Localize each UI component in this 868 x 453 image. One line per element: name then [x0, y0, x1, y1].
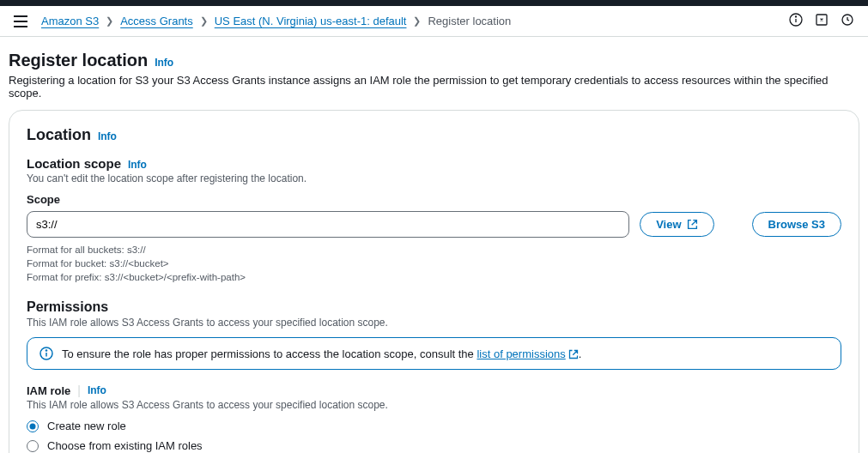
hint-line: Format for all buckets: s3://: [27, 243, 841, 257]
info-circle-icon[interactable]: [789, 13, 803, 29]
separator: |: [77, 384, 81, 397]
iam-role-desc: This IAM role allows S3 Access Grants to…: [27, 399, 841, 411]
alert-text: To ensure the role has proper permission…: [62, 347, 581, 360]
permissions-title: Permissions: [27, 299, 108, 314]
radio-label: Choose from existing IAM roles: [47, 439, 203, 452]
iam-role-label: IAM role: [27, 384, 70, 397]
refresh-icon[interactable]: [841, 13, 854, 29]
info-alert: To ensure the role has proper permission…: [27, 337, 841, 370]
location-panel: Location Info Location scope Info You ca…: [9, 110, 859, 453]
hint-line: Format for bucket: s3://<bucket>: [27, 257, 841, 270]
hamburger-icon[interactable]: [14, 15, 27, 27]
info-circle-icon: [39, 347, 53, 360]
location-section-title: Location: [27, 126, 91, 143]
scope-input[interactable]: [27, 211, 629, 238]
breadcrumb: Amazon S3 ❯ Access Grants ❯ US East (N. …: [41, 15, 789, 27]
info-link[interactable]: Info: [128, 159, 147, 171]
scope-field-label: Scope: [27, 193, 841, 206]
chevron-right-icon: ❯: [200, 15, 208, 27]
scope-hints: Format for all buckets: s3:// Format for…: [27, 243, 841, 284]
hint-line: Format for prefix: s3://<bucket>/<prefix…: [27, 270, 841, 284]
export-icon[interactable]: [815, 13, 829, 29]
breadcrumb-bar: Amazon S3 ❯ Access Grants ❯ US East (N. …: [0, 6, 868, 37]
svg-point-2: [796, 16, 797, 17]
page-content: Register location Info Registering a loc…: [0, 37, 868, 453]
breadcrumb-link-s3[interactable]: Amazon S3: [41, 15, 99, 27]
radio-existing-role[interactable]: Choose from existing IAM roles: [27, 436, 841, 453]
browse-s3-button[interactable]: Browse S3: [752, 212, 841, 237]
radio-label: Create new role: [47, 420, 126, 432]
info-link[interactable]: Info: [98, 130, 117, 142]
radio-create-new-role[interactable]: Create new role: [27, 416, 841, 436]
breadcrumb-current: Register location: [428, 15, 511, 27]
topbar-icons: [789, 13, 854, 29]
breadcrumb-link-region[interactable]: US East (N. Virginia) us-east-1: default: [215, 15, 407, 27]
page-header: Register location Info Registering a loc…: [9, 51, 859, 100]
info-link[interactable]: Info: [88, 384, 106, 396]
svg-point-7: [46, 350, 46, 351]
radio-icon: [27, 420, 39, 432]
chevron-right-icon: ❯: [413, 15, 421, 27]
scope-row: View Browse S3: [27, 211, 841, 238]
breadcrumb-link-access-grants[interactable]: Access Grants: [120, 15, 193, 27]
iam-role-radio-group: Create new role Choose from existing IAM…: [27, 416, 841, 453]
top-dark-bar: [0, 0, 868, 6]
location-scope-desc: You can't edit the location scope after …: [27, 172, 841, 184]
external-link-icon: [568, 349, 579, 359]
page-title: Register location: [9, 51, 148, 69]
radio-icon: [27, 440, 39, 452]
info-link[interactable]: Info: [155, 57, 173, 69]
permissions-list-link[interactable]: list of permissions: [476, 347, 578, 360]
page-description: Registering a location for S3 your S3 Ac…: [9, 74, 859, 100]
view-button[interactable]: View: [640, 212, 713, 237]
chevron-right-icon: ❯: [106, 15, 113, 27]
iam-role-label-row: IAM role | Info: [27, 384, 841, 397]
permissions-desc: This IAM role allows S3 Access Grants to…: [27, 317, 841, 329]
location-scope-title: Location scope: [27, 156, 121, 171]
external-link-icon: [687, 219, 698, 230]
view-button-label: View: [656, 218, 681, 231]
